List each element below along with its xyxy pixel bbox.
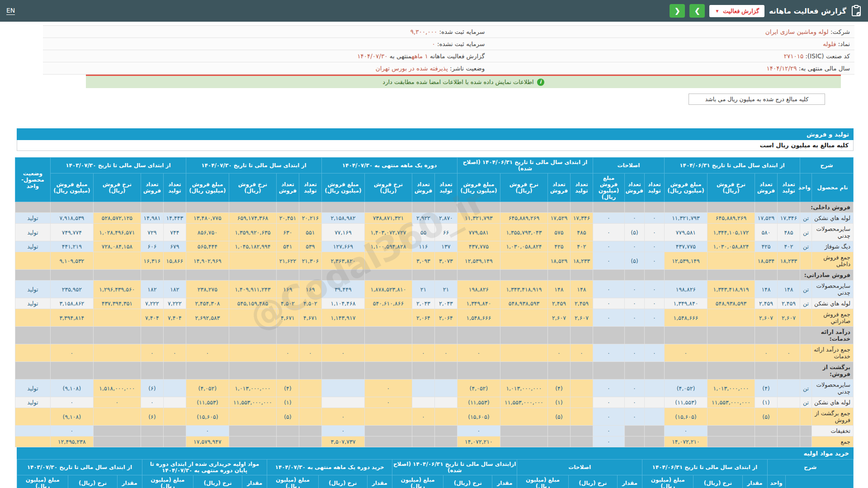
info-value: ۲۷۱۰۱۵ bbox=[784, 52, 804, 60]
value-cell bbox=[777, 408, 800, 426]
header-group: از ابتدای سال مالی تا تاریخ ۱۴۰۴/۰۷/۳۰ bbox=[186, 158, 321, 174]
value-cell: ۵۴۸,۹۳۸,۵۹۳ bbox=[500, 298, 547, 309]
value-cell: ۷۷۹,۵۸۱ bbox=[664, 224, 707, 241]
value-cell: ۱۲,۴۹۵,۲۳۸ bbox=[50, 436, 93, 447]
prev-report-button[interactable]: ❮ bbox=[670, 4, 685, 18]
header-subcol: تعداد تولید bbox=[570, 174, 593, 202]
value-cell: ۱۴,۰۷۲,۲۱۰ bbox=[457, 436, 500, 447]
next-report-button[interactable]: ❯ bbox=[689, 4, 705, 18]
value-cell: ۰ bbox=[163, 344, 186, 362]
header-subcol: تعداد فروش bbox=[755, 174, 777, 202]
unit-cell: تن bbox=[800, 241, 811, 252]
info-label: سرمایه ثبت شده: bbox=[437, 28, 485, 35]
value-cell: ۵۴۸,۹۳۸,۵۹۳ bbox=[707, 298, 755, 309]
company-info-table: شرکت: لوله وماشین سازی ایرانسرمایه ثبت ش… bbox=[43, 25, 854, 75]
cell bbox=[457, 202, 500, 213]
value-cell: ۰ bbox=[624, 380, 644, 397]
value-cell: ۴۲۵ bbox=[755, 241, 777, 252]
value-cell: ۰ bbox=[141, 397, 163, 408]
product-name: جمع برگشت از فروش bbox=[812, 408, 854, 426]
value-cell bbox=[163, 380, 186, 397]
value-cell: ۴,۶۷۱ bbox=[276, 309, 299, 327]
info-value: ۱۴۰۴/۰۷/۳۰ bbox=[357, 52, 387, 60]
value-cell: ۰ bbox=[412, 344, 434, 362]
info-value: ۹,۳۰۰,۰۰۰ bbox=[410, 28, 437, 35]
value-cell bbox=[229, 426, 276, 436]
value-cell: ۰ bbox=[624, 213, 644, 224]
value-cell: ۱,۳۴۴,۱۰۵,۱۷۲ bbox=[707, 224, 755, 241]
header-subcol: مقدار bbox=[117, 475, 142, 488]
value-cell: ۱۱,۳۲۱,۷۹۳ bbox=[664, 213, 707, 224]
status-cell: تولید bbox=[15, 241, 50, 252]
notice-text: اطلاعات نمایش داده شده با اطلاعات امضا ش… bbox=[382, 79, 533, 85]
cell bbox=[186, 202, 229, 213]
cell bbox=[276, 270, 299, 281]
english-language-link[interactable]: EN bbox=[6, 7, 15, 15]
product-name: جمع فروش صادراتي bbox=[812, 309, 854, 327]
value-cell: ۱,۰۱۳,۰۰۰,۰۰۰ bbox=[229, 380, 276, 397]
value-cell: ۱۶۹ bbox=[299, 281, 321, 298]
header-group: اصلاحات bbox=[593, 158, 664, 174]
cell bbox=[141, 362, 163, 380]
report-type-dropdown[interactable]: گزارش فعالیت ▼ bbox=[709, 5, 764, 17]
cell bbox=[707, 327, 755, 344]
value-cell: ۴۰۲ bbox=[777, 241, 800, 252]
value-cell: ۱۸,۲۳۳ bbox=[570, 252, 593, 270]
value-cell bbox=[364, 408, 412, 426]
section-row: برگشت از فروش: bbox=[15, 362, 853, 380]
value-cell: ۱,۳۴۹,۸۴۰ bbox=[664, 298, 707, 309]
value-cell bbox=[299, 426, 321, 436]
cell bbox=[276, 327, 299, 344]
product-row: لوله هاي نشكنتن(۱)۱۱,۵۵۳,۰۰۰,۰۰۰(۱۱,۵۵۳)… bbox=[15, 397, 853, 408]
total-row: جمع برگشت از فروش(۵)(۱۵,۶۰۵)۰۰(۵)(۱۵,۶۰۵… bbox=[15, 408, 853, 426]
value-cell bbox=[777, 436, 800, 447]
info-value: لوله وماشین سازی ایران bbox=[765, 28, 829, 35]
value-cell: ۰ bbox=[593, 344, 624, 362]
info-label: گزارش فعالیت ماهانه bbox=[428, 52, 485, 60]
value-cell bbox=[412, 426, 434, 436]
product-name: سايرمحصولات چدني bbox=[812, 380, 854, 397]
value-cell: ۲,۰۴۳ bbox=[412, 298, 434, 309]
status-cell: تولید bbox=[15, 224, 50, 241]
cell bbox=[500, 327, 547, 344]
unit-cell bbox=[800, 252, 811, 270]
cell bbox=[664, 327, 707, 344]
cell bbox=[50, 327, 93, 344]
value-cell: ۴,۵۰۲ bbox=[276, 298, 299, 309]
cell bbox=[777, 270, 800, 281]
total-row: جمع فروش صادراتي۲,۶۰۷۲,۶۰۷۱,۵۴۸,۶۶۶۰۰۰۲,… bbox=[15, 309, 853, 327]
cell bbox=[186, 362, 229, 380]
value-cell bbox=[644, 436, 664, 447]
value-cell bbox=[707, 426, 755, 436]
product-row: سايرمحصولات چدنيتن۴۸۵۵۸۰۱,۳۴۴,۱۰۵,۱۷۲۷۷۹… bbox=[15, 224, 853, 241]
value-cell: (۱۵,۶۰۵) bbox=[186, 408, 229, 426]
cell bbox=[186, 270, 229, 281]
unit-cell: تن bbox=[800, 281, 811, 298]
cell bbox=[299, 202, 321, 213]
cell bbox=[412, 362, 434, 380]
status-cell: تولید bbox=[15, 213, 50, 224]
value-cell bbox=[229, 436, 276, 447]
info-row: سال مالی منتهی به: ۱۴۰۴/۱۲/۲۹وضعیت ناشر:… bbox=[43, 62, 854, 75]
value-cell: ۰ bbox=[547, 344, 570, 362]
header-group: اصلاحات bbox=[517, 460, 642, 475]
value-cell bbox=[141, 426, 163, 436]
value-cell: (۱۵,۶۰۵) bbox=[457, 408, 500, 426]
cell bbox=[299, 327, 321, 344]
amounts-unit-subtitle: کلیه مبالغ به میلیون ریال است bbox=[17, 140, 854, 151]
section-label: درآمد ارائه خدمات: bbox=[800, 327, 853, 344]
value-cell: ۰ bbox=[593, 213, 624, 224]
value-cell: ۲,۸۷۰ bbox=[434, 213, 457, 224]
info-label: منتهی به bbox=[387, 52, 411, 60]
product-name: سايرمحصولات چدني bbox=[812, 281, 854, 298]
cell bbox=[186, 327, 229, 344]
value-cell: (۴,۰۵۲) bbox=[457, 380, 500, 397]
value-cell: ۱,۴۰۳,۰۷۲,۷۲۷ bbox=[364, 224, 412, 241]
value-cell bbox=[777, 380, 800, 397]
value-cell: (۱۱,۵۵۳) bbox=[186, 397, 229, 408]
cell bbox=[593, 202, 624, 213]
value-cell bbox=[624, 426, 644, 436]
value-cell: ۱,۰۱۳,۰۰۰,۰۰۰ bbox=[707, 380, 755, 397]
header-subcol: نرخ (ریال) bbox=[193, 475, 242, 488]
value-cell: ۶۶ bbox=[434, 224, 457, 241]
